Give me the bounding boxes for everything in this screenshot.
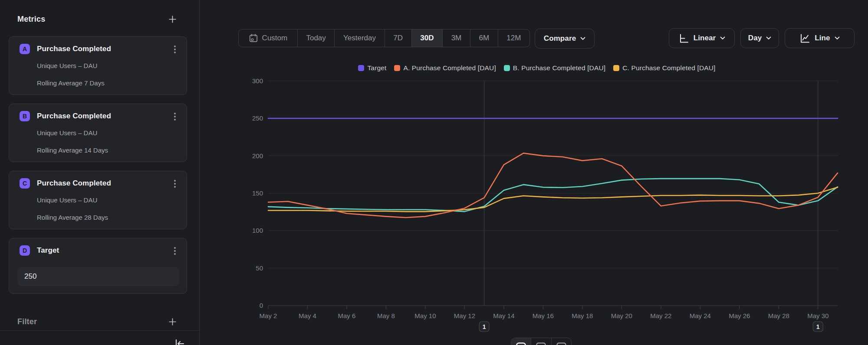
x-axis-label: May 4 [299, 312, 316, 319]
metric-title: Purchase Completed [37, 44, 111, 54]
metric-title: Purchase Completed [37, 111, 111, 121]
y-axis-label: 150 [252, 189, 263, 197]
table-panel-icon [536, 342, 546, 345]
metric-transform: Rolling Average 7 Days [37, 79, 105, 88]
x-axis-label: May 28 [768, 312, 789, 319]
metric-measure: Unique Users – DAU [37, 196, 97, 205]
annotation-badge-label: 1 [483, 323, 486, 330]
x-axis-label: May 20 [611, 312, 632, 319]
x-axis-label: May 24 [690, 312, 711, 319]
collapse-left-icon [173, 338, 185, 345]
filter-header: Filter [17, 316, 177, 327]
metric-card[interactable]: B Purchase Completed Unique Users – DAU … [9, 104, 187, 162]
add-metric-button[interactable] [168, 15, 177, 23]
metric-letter-badge: B [20, 111, 30, 121]
x-axis-label: May 26 [729, 312, 750, 319]
x-axis-label: May 30 [807, 312, 829, 319]
metrics-title: Metrics [17, 15, 45, 24]
table-view-button[interactable] [531, 338, 551, 345]
add-filter-button[interactable] [168, 318, 177, 326]
y-axis-label: 200 [252, 152, 263, 159]
metric-card[interactable]: C Purchase Completed Unique Users – DAU … [9, 171, 187, 229]
annotation-badge-label: 1 [816, 323, 820, 330]
x-axis-label: May 14 [493, 312, 514, 319]
metric-menu-button[interactable] [169, 178, 181, 189]
plus-icon [168, 318, 177, 326]
x-axis-label: May 2 [260, 312, 277, 319]
metrics-header: Metrics [17, 14, 177, 24]
metric-title: Target [37, 245, 59, 256]
kebab-menu-icon [169, 111, 181, 122]
view-switcher [511, 338, 572, 345]
y-axis-label: 100 [252, 227, 263, 234]
metric-letter-badge: D [20, 245, 30, 256]
y-axis-label: 50 [256, 264, 263, 272]
target-value-input[interactable] [17, 267, 179, 286]
metric-card[interactable]: A Purchase Completed Unique Users – DAU … [9, 36, 187, 95]
series-line-c [268, 187, 838, 212]
chart-panel-icon [516, 342, 526, 345]
x-axis-label: May 8 [377, 312, 395, 319]
kebab-menu-icon [169, 44, 181, 55]
y-axis-label: 0 [260, 302, 263, 309]
split-panel-icon [556, 342, 567, 345]
collapse-sidebar-button[interactable] [173, 338, 186, 345]
metric-letter-badge: A [20, 44, 30, 54]
target-card[interactable]: D Target [9, 238, 187, 294]
x-axis-label: May 12 [454, 312, 475, 319]
x-axis-label: May 22 [650, 312, 671, 319]
sidebar-divider [0, 330, 199, 331]
plus-icon [168, 15, 177, 23]
series-line-a [268, 153, 838, 218]
x-axis-label: May 18 [572, 312, 593, 319]
line-chart: 050100150200250300May 2May 4May 6May 8Ma… [200, 0, 868, 345]
filter-title: Filter [17, 317, 37, 326]
metric-card-list: A Purchase Completed Unique Users – DAU … [9, 36, 187, 303]
app-root: Metrics A Purchase Completed Unique User… [0, 0, 868, 345]
x-axis-label: May 16 [533, 312, 554, 319]
split-view-button[interactable] [552, 338, 571, 345]
chart-view-button[interactable] [511, 338, 531, 345]
metric-letter-badge: C [20, 178, 30, 189]
metric-menu-button[interactable] [169, 111, 181, 122]
kebab-menu-icon [169, 178, 181, 189]
y-axis-label: 250 [252, 114, 263, 122]
metric-transform: Rolling Average 14 Days [37, 146, 108, 155]
metric-measure: Unique Users – DAU [37, 129, 97, 137]
metrics-sidebar: Metrics A Purchase Completed Unique User… [0, 0, 200, 345]
metric-measure: Unique Users – DAU [37, 62, 97, 70]
x-axis-label: May 6 [338, 312, 356, 319]
metric-menu-button[interactable] [169, 44, 181, 55]
metric-title: Purchase Completed [37, 178, 111, 189]
series-line-b [268, 179, 838, 212]
chart-panel: CustomTodayYesterday7D30D3M6M12M Compare… [200, 0, 868, 345]
metric-menu-button[interactable] [169, 245, 181, 257]
y-axis-label: 300 [252, 77, 263, 85]
kebab-menu-icon [169, 245, 181, 257]
x-axis-label: May 10 [414, 312, 436, 319]
metric-transform: Rolling Average 28 Days [37, 213, 108, 222]
